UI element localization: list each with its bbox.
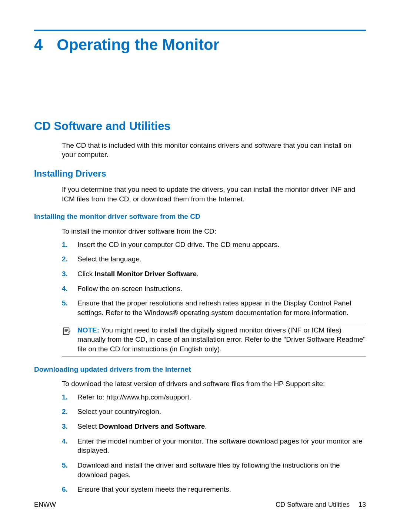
chapter-number: 4 bbox=[34, 34, 43, 56]
sub1a-intro: To install the monitor driver software f… bbox=[62, 227, 366, 236]
step-number: 6. bbox=[62, 485, 77, 494]
sub-sub-heading-internet: Downloading updated drivers from the Int… bbox=[34, 365, 366, 374]
chapter-title: Operating the Monitor bbox=[57, 34, 219, 56]
step-text: Click Install Monitor Driver Software. bbox=[77, 269, 366, 279]
chapter-heading: 4 Operating the Monitor bbox=[34, 34, 366, 56]
list-item: 5. Download and install the driver and s… bbox=[62, 461, 366, 479]
step-text: Select your country/region. bbox=[77, 407, 366, 416]
step-text: Ensure that the proper resolutions and r… bbox=[77, 298, 366, 317]
subsection-intro: If you determine that you need to update… bbox=[62, 185, 366, 204]
footer-section: CD Software and Utilities bbox=[276, 500, 350, 509]
footer-page-number: 13 bbox=[359, 500, 366, 509]
step-text: Refer to: http://www.hp.com/support. bbox=[77, 392, 366, 402]
section-heading: CD Software and Utilities bbox=[34, 118, 366, 134]
note-block: NOTE: You might need to install the digi… bbox=[62, 323, 366, 357]
step-number: 3. bbox=[62, 422, 77, 431]
list-item: 3. Select Download Drivers and Software. bbox=[62, 422, 366, 431]
step-number: 1. bbox=[62, 240, 77, 250]
step-text: Follow the on-screen instructions. bbox=[77, 284, 366, 294]
step-text: Ensure that your system meets the requir… bbox=[77, 485, 366, 494]
step-text: Select Download Drivers and Software. bbox=[77, 422, 366, 431]
list-item: 1. Refer to: http://www.hp.com/support. bbox=[62, 392, 366, 402]
footer-left: ENWW bbox=[34, 500, 56, 509]
step-text: Download and install the driver and soft… bbox=[77, 461, 366, 479]
note-icon bbox=[62, 325, 73, 354]
step-number: 5. bbox=[62, 298, 77, 317]
step-number: 2. bbox=[62, 407, 77, 416]
step-number: 2. bbox=[62, 254, 77, 264]
page-footer: ENWW CD Software and Utilities 13 bbox=[34, 500, 366, 509]
section-intro: The CD that is included with this monito… bbox=[62, 141, 366, 160]
list-item: 1. Insert the CD in your computer CD dri… bbox=[62, 240, 366, 250]
support-link[interactable]: http://www.hp.com/support bbox=[106, 393, 189, 401]
svg-rect-0 bbox=[63, 328, 69, 334]
list-item: 2. Select your country/region. bbox=[62, 407, 366, 416]
step-text: Insert the CD in your computer CD drive.… bbox=[77, 240, 366, 250]
list-item: 4. Enter the model number of your monito… bbox=[62, 436, 366, 455]
sub1b-intro: To download the latest version of driver… bbox=[62, 379, 366, 389]
subsection-heading: Installing Drivers bbox=[34, 168, 366, 180]
note-text: NOTE: You might need to install the digi… bbox=[77, 325, 366, 354]
step-number: 5. bbox=[62, 461, 77, 479]
list-item: 4. Follow the on-screen instructions. bbox=[62, 284, 366, 294]
step-text: Select the language. bbox=[77, 254, 366, 264]
note-label: NOTE: bbox=[77, 326, 99, 334]
list-item: 3. Click Install Monitor Driver Software… bbox=[62, 269, 366, 279]
top-rule bbox=[34, 30, 366, 31]
step-number: 4. bbox=[62, 436, 77, 455]
step-text: Enter the model number of your monitor. … bbox=[77, 436, 366, 455]
step-number: 3. bbox=[62, 269, 77, 279]
steps-internet: 1. Refer to: http://www.hp.com/support. … bbox=[62, 392, 366, 494]
list-item: 6. Ensure that your system meets the req… bbox=[62, 485, 366, 494]
sub-sub-heading-cd: Installing the monitor driver software f… bbox=[34, 212, 366, 221]
step-number: 1. bbox=[62, 392, 77, 402]
steps-cd: 1. Insert the CD in your computer CD dri… bbox=[62, 240, 366, 318]
list-item: 2. Select the language. bbox=[62, 254, 366, 264]
list-item: 5. Ensure that the proper resolutions an… bbox=[62, 298, 366, 317]
step-number: 4. bbox=[62, 284, 77, 294]
